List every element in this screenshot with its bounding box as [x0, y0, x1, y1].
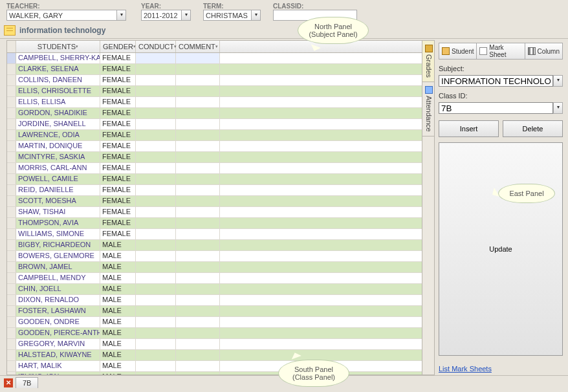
cell-gender[interactable]: MALE: [100, 240, 136, 250]
col-comment[interactable]: COMMENT▾: [176, 41, 220, 52]
cell-conduct[interactable]: [136, 174, 176, 184]
cell-conduct[interactable]: [136, 328, 176, 338]
cell-student[interactable]: SHAW, TISHAI: [16, 207, 100, 217]
table-row[interactable]: REID, DANIELLEFEMALE: [7, 185, 422, 196]
row-selector[interactable]: [7, 163, 16, 173]
cell-gender[interactable]: MALE: [100, 251, 136, 261]
cell-student[interactable]: IRVING, ION: [16, 372, 100, 375]
classid-dropdown-icon[interactable]: ▾: [553, 102, 563, 114]
col-conduct[interactable]: CONDUCT▾: [136, 41, 176, 52]
cell-student[interactable]: ELLIS, CHRISOLETTE: [16, 86, 100, 96]
cell-student[interactable]: BIGBY, RICHARDEON: [16, 240, 100, 250]
cell-comment[interactable]: [176, 317, 220, 327]
row-selector[interactable]: [7, 251, 16, 261]
table-row[interactable]: DIXON, RENALDOMALE: [7, 295, 422, 306]
cell-gender[interactable]: FEMALE: [100, 174, 136, 184]
table-row[interactable]: CHIN, JOELLMALE: [7, 284, 422, 295]
row-selector[interactable]: [7, 207, 16, 217]
cell-comment[interactable]: [176, 262, 220, 272]
cell-comment[interactable]: [176, 119, 220, 129]
cell-comment[interactable]: [176, 152, 220, 162]
cell-conduct[interactable]: [136, 229, 176, 239]
cell-conduct[interactable]: [136, 119, 176, 129]
table-row[interactable]: MARTIN, DONIQUEFEMALE: [7, 141, 422, 152]
cell-conduct[interactable]: [136, 361, 176, 371]
cell-comment[interactable]: [176, 339, 220, 349]
table-row[interactable]: JORDINE, SHANELLFEMALE: [7, 119, 422, 130]
cell-conduct[interactable]: [136, 306, 176, 316]
table-row[interactable]: BROWN, JAMELMALE: [7, 262, 422, 273]
cell-gender[interactable]: MALE: [100, 317, 136, 327]
cell-student[interactable]: JORDINE, SHANELL: [16, 119, 100, 129]
cell-conduct[interactable]: [136, 295, 176, 305]
row-selector[interactable]: [7, 240, 16, 250]
table-row[interactable]: MORRIS, CARL-ANNFEMALE: [7, 163, 422, 174]
cell-comment[interactable]: [176, 141, 220, 151]
cell-gender[interactable]: MALE: [100, 372, 136, 375]
row-selector[interactable]: [7, 361, 16, 371]
cell-gender[interactable]: MALE: [100, 306, 136, 316]
cell-conduct[interactable]: [136, 273, 176, 283]
row-selector[interactable]: [7, 328, 16, 338]
cell-gender[interactable]: FEMALE: [100, 196, 136, 206]
table-row[interactable]: WILLIAMS, SIMONEFEMALE: [7, 229, 422, 240]
cell-comment[interactable]: [176, 108, 220, 118]
row-selector[interactable]: [7, 262, 16, 272]
row-selector[interactable]: [7, 130, 16, 140]
table-row[interactable]: GOODEN, ONDREMALE: [7, 317, 422, 328]
marksheet-button[interactable]: Mark Sheet: [477, 43, 525, 60]
cell-student[interactable]: CAMPBELL, SHERRY-KAYE: [16, 53, 100, 63]
delete-button[interactable]: Delete: [503, 120, 563, 137]
row-selector[interactable]: [7, 229, 16, 239]
table-row[interactable]: SCOTT, MOESHAFEMALE: [7, 196, 422, 207]
row-selector[interactable]: [7, 372, 16, 375]
cell-comment[interactable]: [176, 328, 220, 338]
cell-gender[interactable]: MALE: [100, 350, 136, 360]
row-selector[interactable]: [7, 185, 16, 195]
table-row[interactable]: HART, MALIKMALE: [7, 361, 422, 372]
table-row[interactable]: IRVING, IONMALE: [7, 372, 422, 375]
cell-comment[interactable]: [176, 251, 220, 261]
subject-input[interactable]: [439, 75, 553, 87]
col-gender[interactable]: GENDER▾: [100, 41, 136, 52]
subject-tab-label[interactable]: information technology: [19, 26, 105, 35]
cell-comment[interactable]: [176, 174, 220, 184]
row-selector[interactable]: [7, 152, 16, 162]
row-selector[interactable]: [7, 284, 16, 294]
row-selector[interactable]: [7, 75, 16, 85]
row-selector[interactable]: [7, 174, 16, 184]
cell-gender[interactable]: FEMALE: [100, 207, 136, 217]
cell-gender[interactable]: FEMALE: [100, 185, 136, 195]
cell-student[interactable]: THOMPSON, AVIA: [16, 218, 100, 228]
row-selector[interactable]: [7, 64, 16, 74]
cell-student[interactable]: GOODEN, ONDRE: [16, 317, 100, 327]
cell-conduct[interactable]: [136, 97, 176, 107]
table-row[interactable]: MCINTYRE, SASKIAFEMALE: [7, 152, 422, 163]
cell-gender[interactable]: MALE: [100, 328, 136, 338]
cell-conduct[interactable]: [136, 196, 176, 206]
cell-student[interactable]: POWELL, CAMILE: [16, 174, 100, 184]
cell-gender[interactable]: FEMALE: [100, 130, 136, 140]
cell-student[interactable]: MCINTYRE, SASKIA: [16, 152, 100, 162]
cell-gender[interactable]: MALE: [100, 284, 136, 294]
cell-comment[interactable]: [176, 163, 220, 173]
cell-conduct[interactable]: [136, 240, 176, 250]
cell-comment[interactable]: [176, 273, 220, 283]
cell-comment[interactable]: [176, 240, 220, 250]
cell-conduct[interactable]: [136, 141, 176, 151]
cell-conduct[interactable]: [136, 130, 176, 140]
row-selector[interactable]: [7, 97, 16, 107]
cell-gender[interactable]: FEMALE: [100, 218, 136, 228]
cell-gender[interactable]: MALE: [100, 262, 136, 272]
table-row[interactable]: CAMPBELL, MENDYMALE: [7, 273, 422, 284]
cell-student[interactable]: CAMPBELL, MENDY: [16, 273, 100, 283]
table-row[interactable]: GREGORY, MARVINMALE: [7, 339, 422, 350]
row-selector[interactable]: [7, 273, 16, 283]
cell-comment[interactable]: [176, 306, 220, 316]
cell-comment[interactable]: [176, 284, 220, 294]
cell-student[interactable]: REID, DANIELLE: [16, 185, 100, 195]
cell-student[interactable]: LAWRENCE, ODIA: [16, 130, 100, 140]
row-selector[interactable]: [7, 317, 16, 327]
row-selector[interactable]: [7, 119, 16, 129]
table-row[interactable]: BOWERS, GLENMOREMALE: [7, 251, 422, 262]
